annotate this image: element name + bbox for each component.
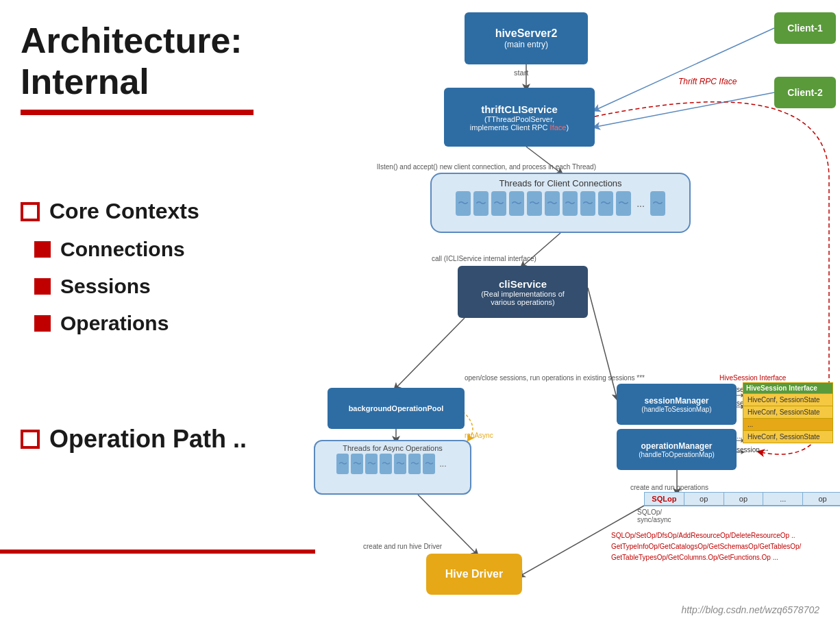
bottom-red-line [0,550,315,554]
async-wave4: 〜 [380,454,392,474]
wave3: 〜 [491,191,506,216]
client1-box: Client-1 [774,12,836,44]
client2-label: Client-2 [787,87,822,98]
threads-client-container: Threads for Client Connections 〜 〜 〜 〜 〜… [430,173,691,233]
wave11: 〜 [650,191,665,216]
cliservice-sub2: various operations) [491,298,555,306]
hiveserver2-title: hiveServer2 [495,27,558,40]
diagram-area: hiveServer2 (main entry) start Client-1 … [295,0,840,629]
op-table: SQLop op op ... op [644,492,840,506]
operations-label: Operations [60,312,169,335]
thriftcli-sub2: implements Client RPC Iface) [470,123,569,132]
filled-square-icon-3 [34,315,51,332]
op-col-5: op [803,493,840,505]
filled-square-icon [34,241,51,258]
async-wave2: 〜 [351,454,363,474]
op-mgr-sub: (handleToOperationMap) [639,451,715,458]
op-desc-3: GetTableTypesOp/GetColumns.Op/GetFunctio… [611,554,778,561]
cliservice-title: cliService [499,278,547,290]
threads-waves: 〜 〜 〜 〜 〜 〜 〜 〜 〜 〜 ... 〜 [456,191,665,216]
thriftcli-title: thriftCLIService [481,103,558,115]
hiveserver2-subtitle: (main entry) [504,40,548,49]
threads-client-title: Threads for Client Connections [499,178,621,188]
call-label: call (ICLIService internal interface) [432,255,536,262]
create-run-label: create and run operations [630,484,708,491]
session-mgr-title: sessionManager [644,396,708,406]
async-wave3: 〜 [365,454,378,474]
cliservice-box: cliService (Real implementations of vari… [458,266,588,318]
op-col-3: op [724,493,764,505]
thriftcli-box: thriftCLIService (TThreadPoolServer, imp… [444,88,595,147]
bg-pool-box: backgroundOperationPool [328,388,465,429]
title-line2: Internal [21,62,254,103]
core-contexts-label: Core Contexts [49,199,199,224]
connections-label: Connections [60,238,185,261]
title-line1: Architecture: [21,21,254,62]
wave4: 〜 [509,191,524,216]
op-col-4: ... [763,493,803,505]
client2-box: Client-2 [774,77,836,108]
svg-line-2 [596,92,774,127]
title-underline [21,110,254,115]
svg-line-1 [596,28,774,110]
filled-square-icon-2 [34,278,51,295]
bullet-core-contexts: Core Contexts [21,199,199,224]
session-mgr-box: sessionManager (handleToSessionMap) [617,384,737,425]
wave2: 〜 [473,191,489,216]
hiveconf-row-1: HiveSession Interface [743,383,832,394]
op-desc-2: GetTypeInfoOp/GetCatalogsOp/GetSchemasOp… [611,543,801,550]
threads-async-title: Threads for Async Operations [343,444,443,452]
hiveconf-row-3: HiveConf, SessionState [743,406,832,419]
bullet-operations: Operations [34,312,199,335]
syncasync-text: sync/async [637,516,671,523]
sqlop-label: SQLOp/ sync/async [637,508,671,523]
op-col-1: SQLop [645,493,684,505]
wave8: 〜 [580,191,595,216]
hive-driver-label: Hive Driver [445,568,504,580]
bullet-list: Core Contexts Connections Sessions Opera… [21,199,199,349]
op-path-bullet: Operation Path .. [21,425,247,454]
hiveconf-row-4: ... [743,419,832,431]
hiveconf-row-2: HiveConf, SessionState [743,394,832,406]
op-col-2: op [684,493,724,505]
hollow-square-icon [21,202,40,221]
op-desc-1: SQLOp/SetOp/DfsOp/AddResourceOp/DeleteRe… [611,532,795,539]
op-dots: ... [737,432,742,440]
op-session-label: session [737,446,760,454]
hive-driver-box: Hive Driver [426,554,522,595]
session-mgr-sub: (handleToSessionMap) [641,406,711,413]
create-run-hive-label: create and run hive Driver [363,543,442,550]
svg-line-6 [396,318,465,388]
async-wave6: 〜 [408,454,421,474]
hiveconf-table: HiveSession Interface HiveConf, SessionS… [743,382,833,443]
listen-label: lIsten() and accept() new client connect… [377,163,596,171]
async-wave1: 〜 [336,454,349,474]
sessions-label: Sessions [60,275,151,298]
bullet-connections: Connections [34,238,199,261]
async-wave7: 〜 [423,454,435,474]
hiveserver2-box: hiveServer2 (main entry) [465,12,588,64]
wave6: 〜 [545,191,560,216]
run-async-label: runAsync [465,432,493,439]
wave10: 〜 [616,191,631,216]
thriftcli-sub1: (TThreadPoolServer, [484,115,554,123]
start-label: start [514,69,528,77]
bg-pool-title: backgroundOperationPool [349,404,444,412]
cliservice-sub1: (Real implementations of [481,290,565,298]
wave1: 〜 [456,191,471,216]
hiveconf-row-5: HiveConf, SessionState [743,431,832,443]
client1-label: Client-1 [787,23,822,34]
op-mgr-title: operationManager [641,441,712,451]
threads-async-container: Threads for Async Operations 〜 〜 〜 〜 〜 〜… [314,440,471,495]
open-close-label: open/close sessions, run operations in e… [465,374,645,382]
op-table-header: SQLop op op ... op [645,493,840,506]
op-path-hollow-icon [21,430,40,449]
svg-line-10 [521,506,644,576]
sqlop-text: SQLOp/ [637,508,662,516]
async-wave5: 〜 [394,454,406,474]
wave7: 〜 [563,191,578,216]
threads-async-waves: 〜 〜 〜 〜 〜 〜 〜 ... [336,454,448,474]
wave5: 〜 [527,191,542,216]
op-path-label: Operation Path .. [49,425,247,454]
session-iface-label: HiveSession Interface [719,374,786,382]
